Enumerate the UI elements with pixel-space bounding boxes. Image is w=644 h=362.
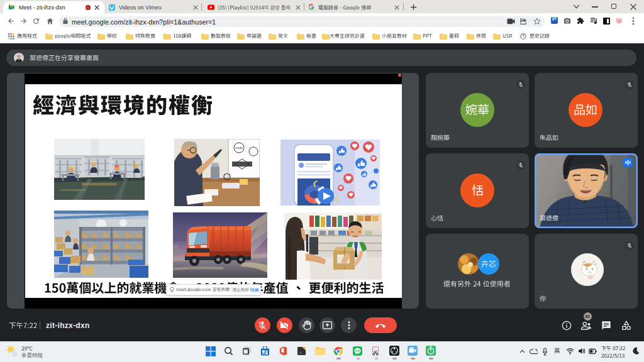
svg-text:IDEAS: IDEAS xyxy=(235,146,243,150)
